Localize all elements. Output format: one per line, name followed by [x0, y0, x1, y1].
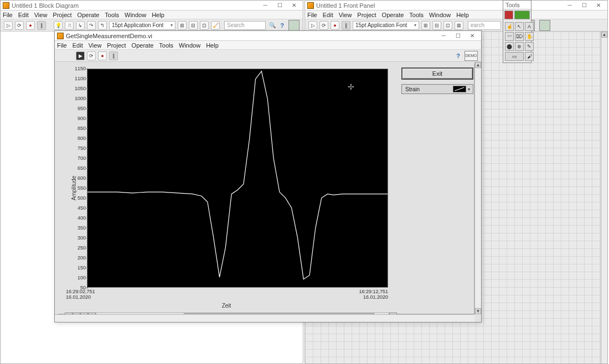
- operate-tool[interactable]: ☝: [505, 22, 514, 31]
- waveform-chart[interactable]: Amplitude Zeit ✢ 50100150200250300350400…: [65, 66, 388, 310]
- close-button[interactable]: ✕: [466, 32, 479, 40]
- search-input[interactable]: Search: [224, 21, 266, 30]
- run-cont-button[interactable]: ⟳: [87, 51, 96, 60]
- align-button[interactable]: ⊞: [421, 21, 430, 30]
- block-diagram-titlebar[interactable]: Untitled 1 Block Diagram ─ ☐ ✕: [1, 1, 303, 11]
- horizontal-scrollbar[interactable]: [55, 314, 474, 322]
- run-button[interactable]: ▷: [308, 21, 317, 30]
- reorder-button[interactable]: ⊡: [200, 21, 209, 30]
- run-cont-button[interactable]: ⟳: [319, 21, 328, 30]
- search-input[interactable]: earch: [468, 21, 501, 30]
- highlight-exec-button[interactable]: 💡: [54, 21, 63, 30]
- position-tool[interactable]: ↖: [515, 22, 524, 31]
- vertical-scrollbar[interactable]: ▲: [601, 32, 607, 363]
- menu-edit[interactable]: Edit: [73, 42, 83, 49]
- plot-area[interactable]: ✢: [87, 69, 388, 288]
- scroll-up-button[interactable]: ▲: [475, 62, 481, 68]
- pause-button[interactable]: ∥: [109, 51, 118, 60]
- menu-tools[interactable]: Tools: [105, 12, 119, 18]
- menu-edit[interactable]: Edit: [323, 12, 333, 18]
- connector-pane-icon[interactable]: [539, 20, 550, 31]
- plot-legend[interactable]: Strain ▾: [401, 84, 473, 94]
- abort-button[interactable]: ●: [331, 21, 339, 30]
- color-brush-tool[interactable]: 🖌: [525, 52, 534, 61]
- close-button[interactable]: ✕: [287, 2, 301, 9]
- menu-help[interactable]: Help: [152, 12, 164, 18]
- scroll-tool[interactable]: ✋: [525, 32, 534, 41]
- vi-icon[interactable]: [288, 20, 300, 31]
- menu-operate[interactable]: Operate: [132, 42, 154, 49]
- step-into-button[interactable]: ↳: [76, 21, 85, 30]
- abort-button[interactable]: ●: [98, 51, 107, 60]
- cleanup-button[interactable]: 🧹: [211, 21, 220, 30]
- menu-project[interactable]: Project: [357, 12, 376, 18]
- menu-file[interactable]: File: [57, 42, 67, 49]
- wiring-tool[interactable]: 〰: [505, 32, 514, 41]
- exit-button[interactable]: Exit: [401, 67, 473, 80]
- vi-icon[interactable]: DEMO: [465, 51, 478, 61]
- close-button[interactable]: ✕: [592, 2, 605, 9]
- chevron-down-icon[interactable]: ▾: [466, 87, 472, 92]
- breakpoint-tool[interactable]: ⬤: [505, 42, 514, 51]
- text-tool[interactable]: A: [525, 22, 534, 31]
- tools-titlebar[interactable]: Tools: [503, 1, 531, 9]
- probe-tool[interactable]: ⊕: [515, 42, 524, 51]
- font-selector[interactable]: 15pt Application Font ▾: [353, 21, 419, 30]
- color-tool[interactable]: ▭: [505, 52, 524, 61]
- vertical-scrollbar[interactable]: ▲ ▼: [474, 62, 481, 314]
- demo-titlebar[interactable]: GetSingleMeasurementDemo.vi ─ ☐ ✕: [55, 31, 481, 41]
- help-icon[interactable]: ?: [456, 53, 460, 59]
- menu-view[interactable]: View: [339, 12, 352, 18]
- maximize-button[interactable]: ☐: [451, 32, 465, 40]
- menu-tools[interactable]: Tools: [159, 42, 173, 49]
- block-diagram-toolbar: ▷ ⟳ ● ∥ 💡 ⎍ ↳ ↷ ↰ 15pt Application Font …: [1, 19, 303, 32]
- menu-operate[interactable]: Operate: [382, 12, 404, 18]
- run-button[interactable]: ▶: [76, 51, 85, 60]
- resize-button[interactable]: ⊡: [443, 21, 452, 30]
- y-tick: 900: [69, 116, 86, 121]
- scroll-up-button[interactable]: ▲: [601, 32, 607, 38]
- menu-operate[interactable]: Operate: [78, 12, 100, 18]
- reorder-button[interactable]: ⊠: [455, 21, 463, 30]
- menu-window[interactable]: Window: [429, 12, 451, 18]
- abort-button[interactable]: ●: [26, 21, 35, 30]
- tools-palette[interactable]: Tools ☝ ↖ A 〰 ⌦ ✋ ⬤ ⊕ ✎ ▭ 🖌: [503, 0, 531, 63]
- menu-edit[interactable]: Edit: [18, 12, 29, 18]
- menu-window[interactable]: Window: [125, 12, 146, 18]
- menu-window[interactable]: Window: [179, 42, 200, 49]
- search-icon[interactable]: 🔍: [269, 22, 276, 28]
- maximize-button[interactable]: ☐: [273, 2, 286, 9]
- pause-button[interactable]: ∥: [342, 21, 350, 30]
- menu-file[interactable]: File: [307, 12, 317, 18]
- front-panel-titlebar[interactable]: Untitled 1 Front Panel ─ ☐ ✕: [305, 1, 607, 11]
- demo-menubar: File Edit View Project Operate Tools Win…: [55, 41, 481, 50]
- menu-view[interactable]: View: [34, 12, 48, 18]
- menu-tools[interactable]: Tools: [409, 12, 424, 18]
- minimize-button[interactable]: ─: [563, 2, 576, 9]
- auto-tool-button[interactable]: [514, 11, 530, 19]
- menu-file[interactable]: File: [3, 12, 13, 18]
- minimize-button[interactable]: ─: [259, 2, 272, 9]
- help-icon[interactable]: ?: [280, 22, 284, 29]
- run-button[interactable]: ▷: [4, 21, 13, 30]
- menu-view[interactable]: View: [89, 42, 102, 49]
- distribute-button[interactable]: ⊟: [189, 21, 198, 30]
- menu-help[interactable]: Help: [456, 12, 469, 18]
- align-button[interactable]: ⊞: [178, 21, 187, 30]
- retain-wire-button[interactable]: ⎍: [65, 21, 74, 30]
- menu-project[interactable]: Project: [53, 12, 71, 18]
- color-copy-tool[interactable]: ✎: [525, 42, 534, 51]
- font-selector[interactable]: 15pt Application Font ▾: [109, 21, 176, 30]
- shortcut-tool[interactable]: ⌦: [515, 32, 524, 41]
- step-over-button[interactable]: ↷: [87, 21, 96, 30]
- step-out-button[interactable]: ↰: [98, 21, 107, 30]
- menu-project[interactable]: Project: [107, 42, 126, 49]
- legend-line-swatch[interactable]: [453, 86, 466, 92]
- distribute-button[interactable]: ⊟: [432, 21, 441, 30]
- scroll-down-button[interactable]: ▼: [475, 308, 481, 314]
- menu-help[interactable]: Help: [206, 42, 219, 49]
- pause-button[interactable]: ∥: [37, 21, 46, 30]
- maximize-button[interactable]: ☐: [577, 2, 591, 9]
- minimize-button[interactable]: ─: [437, 32, 450, 40]
- run-cont-button[interactable]: ⟳: [15, 21, 24, 30]
